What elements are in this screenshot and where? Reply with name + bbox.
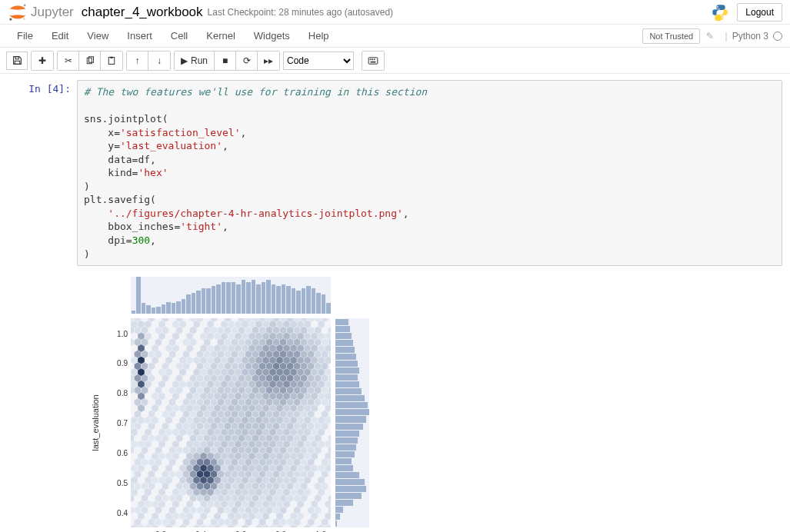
edit-icon[interactable]: ✎ bbox=[706, 31, 714, 42]
output-cell: . last_evaluation 0.40.50.60.70.80.91.0 … bbox=[8, 271, 782, 532]
paste-icon bbox=[107, 56, 116, 65]
y-axis-label: last_evaluation bbox=[89, 318, 102, 527]
restart-run-all-button[interactable]: ▸▸ bbox=[258, 52, 279, 70]
jointplot-figure: last_evaluation 0.40.50.60.70.80.91.0 0.… bbox=[85, 277, 392, 532]
menu-view[interactable]: View bbox=[78, 25, 118, 46]
notebook-header: Jupyter chapter_4_workbook Last Checkpoi… bbox=[0, 0, 790, 25]
toolbar: ✚ ✂ ↑ ↓ ▶ Run ■ ⟳ ▸▸ CodeMarkdownRaw NBC… bbox=[0, 48, 790, 74]
copy-button[interactable] bbox=[79, 52, 101, 70]
notebook-name[interactable]: chapter_4_workbook bbox=[82, 5, 203, 20]
celltype-select[interactable]: CodeMarkdownRaw NBConvertHeading bbox=[283, 52, 354, 70]
checkpoint-status: Last Checkpoint: 28 minutes ago (autosav… bbox=[208, 7, 393, 18]
paste-button[interactable] bbox=[101, 52, 122, 70]
separator: | bbox=[725, 30, 727, 42]
move-up-button[interactable]: ↑ bbox=[127, 52, 148, 70]
trusted-indicator[interactable]: Not Trusted bbox=[642, 28, 700, 44]
move-down-button[interactable]: ↓ bbox=[148, 52, 170, 70]
cut-icon: ✂ bbox=[65, 55, 72, 66]
svg-point-1 bbox=[9, 18, 12, 20]
menubar: File Edit View Insert Cell Kernel Widget… bbox=[0, 25, 790, 48]
svg-rect-11 bbox=[368, 57, 378, 63]
svg-point-3 bbox=[717, 5, 718, 7]
svg-rect-15 bbox=[371, 61, 376, 62]
kernel-indicator[interactable]: Python 3 bbox=[732, 31, 782, 42]
menu-widgets[interactable]: Widgets bbox=[245, 25, 299, 46]
jupyter-logo: Jupyter bbox=[8, 2, 74, 22]
restart-icon: ⟳ bbox=[243, 55, 251, 66]
brand-text: Jupyter bbox=[31, 5, 74, 20]
fast-forward-icon: ▸▸ bbox=[264, 55, 273, 66]
top-marginal-histogram bbox=[131, 277, 331, 314]
svg-rect-5 bbox=[15, 57, 18, 59]
input-prompt: In [4]: bbox=[8, 80, 77, 266]
output-prompt: . bbox=[8, 271, 77, 532]
menu-cell[interactable]: Cell bbox=[162, 25, 197, 46]
cut-button[interactable]: ✂ bbox=[58, 52, 79, 70]
svg-rect-12 bbox=[370, 58, 372, 60]
stop-icon: ■ bbox=[222, 55, 228, 66]
svg-rect-10 bbox=[111, 56, 113, 58]
save-button[interactable] bbox=[6, 52, 28, 70]
svg-rect-6 bbox=[15, 61, 20, 64]
jupyter-logo-icon bbox=[8, 2, 28, 22]
svg-point-4 bbox=[722, 17, 723, 18]
insert-cell-button[interactable]: ✚ bbox=[32, 52, 53, 70]
svg-rect-14 bbox=[374, 58, 375, 60]
run-button[interactable]: ▶ Run bbox=[175, 52, 215, 70]
interrupt-button[interactable]: ■ bbox=[215, 52, 236, 70]
code-cell[interactable]: In [4]: # The two features we'll use for… bbox=[8, 80, 782, 266]
arrow-down-icon: ↓ bbox=[157, 55, 162, 66]
y-axis-ticks: 0.40.50.60.70.80.91.0 bbox=[108, 318, 129, 527]
menu-kernel[interactable]: Kernel bbox=[197, 25, 245, 46]
copy-icon bbox=[85, 56, 95, 65]
notebook-container: In [4]: # The two features we'll use for… bbox=[0, 74, 790, 532]
run-icon: ▶ bbox=[181, 55, 188, 66]
code-input-area[interactable]: # The two features we'll use for trainin… bbox=[77, 80, 782, 266]
svg-point-2 bbox=[23, 18, 25, 19]
plus-icon: ✚ bbox=[38, 55, 46, 66]
restart-button[interactable]: ⟳ bbox=[236, 52, 258, 70]
menu-file[interactable]: File bbox=[8, 25, 42, 46]
hexbin-svg bbox=[131, 318, 331, 527]
kernel-name: Python 3 bbox=[732, 31, 768, 42]
menu-insert[interactable]: Insert bbox=[118, 25, 162, 46]
python-logo-icon bbox=[711, 3, 729, 22]
save-icon bbox=[12, 55, 22, 65]
keyboard-icon bbox=[368, 57, 378, 65]
menu-help[interactable]: Help bbox=[299, 25, 338, 46]
svg-point-0 bbox=[24, 4, 26, 6]
arrow-up-icon: ↑ bbox=[135, 55, 140, 66]
hexbin-main-axes bbox=[131, 318, 331, 527]
logout-button[interactable]: Logout bbox=[737, 3, 782, 22]
run-label: Run bbox=[191, 55, 208, 66]
svg-rect-13 bbox=[372, 58, 373, 60]
output-area: last_evaluation 0.40.50.60.70.80.91.0 0.… bbox=[77, 271, 782, 532]
kernel-status-icon bbox=[773, 32, 782, 41]
command-palette-button[interactable] bbox=[362, 52, 384, 70]
menu-edit[interactable]: Edit bbox=[42, 25, 78, 46]
right-marginal-histogram bbox=[335, 318, 369, 527]
